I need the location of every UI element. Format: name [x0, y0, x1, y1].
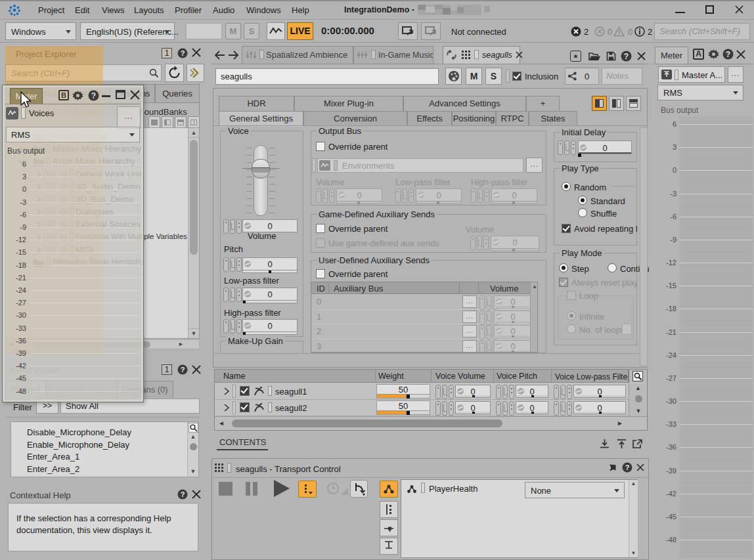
svg-text:?: ?: [91, 91, 96, 100]
svg-text:?: ?: [181, 366, 185, 374]
svg-text:?: ?: [181, 490, 185, 498]
svg-text:?: ?: [726, 50, 730, 59]
svg-text:?: ?: [625, 463, 630, 471]
